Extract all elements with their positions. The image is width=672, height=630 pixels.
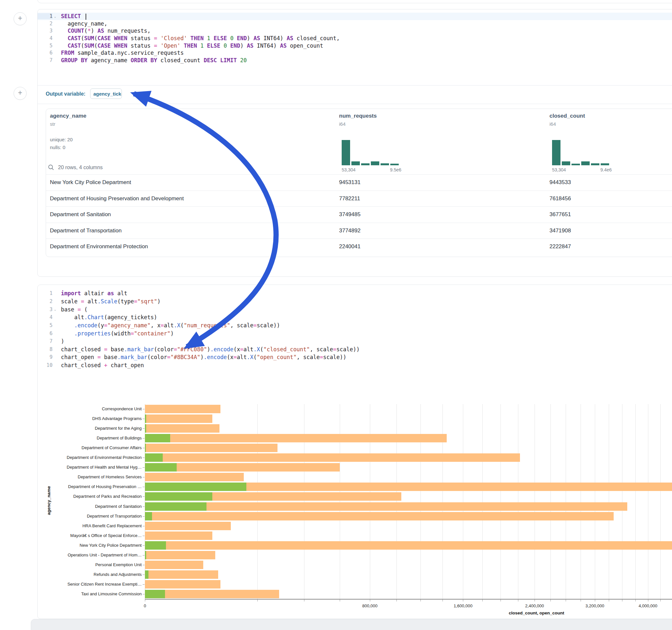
line-number: 5 bbox=[38, 322, 52, 328]
closed-count-bar bbox=[145, 590, 279, 598]
python-code-editor[interactable]: 1import altair as alt2scale = alt.Scale(… bbox=[38, 289, 672, 369]
table-row[interactable]: New York City Police Department945313194… bbox=[46, 174, 672, 191]
column-type: i64 bbox=[549, 121, 556, 127]
x-axis-tick-label: 0 bbox=[144, 603, 146, 608]
gridline bbox=[595, 404, 595, 599]
line-number: 2 bbox=[38, 298, 52, 304]
code-line[interactable]: 3 COUNT(*) AS num_requests, bbox=[38, 27, 672, 35]
y-axis-label: Senior Citizen Rent Increase Exempti… bbox=[39, 582, 142, 587]
code-line[interactable]: 4 alt.Chart(agency_tickets) bbox=[38, 313, 672, 321]
collapse-chevron-icon[interactable]: ⌄ bbox=[52, 308, 58, 311]
sql-code-editor[interactable]: 1⌄SELECT 2 agency_name,3 COUNT(*) AS num… bbox=[38, 13, 672, 64]
x-axis-tick bbox=[463, 600, 463, 602]
code-line[interactable]: 6FROM sample_data.nyc.service_requests bbox=[38, 49, 672, 57]
x-axis-tick bbox=[257, 600, 258, 602]
gridline bbox=[482, 404, 483, 599]
column-header[interactable]: agency_name bbox=[50, 113, 86, 119]
line-number: 3 bbox=[38, 28, 52, 34]
open-count-bar bbox=[145, 463, 177, 471]
x-axis-title: closed_count, open_count bbox=[472, 610, 601, 615]
code-line[interactable]: 5 CAST(SUM(CASE WHEN status = 'Open' THE… bbox=[38, 42, 672, 49]
line-number: 2 bbox=[38, 21, 52, 27]
code-line[interactable]: 5 .encode(y="agency_name", x=alt.X("num_… bbox=[38, 321, 672, 330]
table-footer-text: 20 rows, 4 columns bbox=[58, 165, 103, 170]
y-axis-tick bbox=[143, 448, 145, 448]
code-text: alt.Chart(agency_tickets) bbox=[61, 314, 157, 320]
x-axis-tick bbox=[609, 600, 609, 602]
closed-count-bar bbox=[145, 453, 520, 462]
gridline bbox=[635, 404, 636, 599]
gridline bbox=[609, 404, 609, 599]
histogram-bar bbox=[552, 140, 560, 165]
y-axis-label: Department of Parks and Recreation bbox=[39, 494, 142, 499]
histogram-bar bbox=[390, 164, 399, 165]
code-line[interactable]: 4 CAST(SUM(CASE WHEN status = 'Closed' T… bbox=[38, 35, 672, 42]
code-text: base = ( bbox=[61, 306, 88, 313]
open-count-bar bbox=[145, 424, 146, 433]
histogram-bar bbox=[591, 163, 599, 165]
code-line[interactable]: 1⌄SELECT bbox=[38, 13, 672, 20]
closed-count-bar bbox=[145, 551, 215, 559]
table-row[interactable]: Department of Environmental Protection22… bbox=[46, 239, 672, 255]
notebook-canvas: + + 1⌄SELECT 2 agency_name,3 COUNT(*) AS… bbox=[0, 0, 672, 630]
code-line[interactable]: 2 agency_name, bbox=[38, 20, 672, 28]
y-axis-label: Department of Buildings bbox=[39, 436, 142, 440]
code-text: CAST(SUM(CASE WHEN status = 'Closed' THE… bbox=[61, 35, 340, 42]
chart-plot-area bbox=[145, 404, 672, 599]
y-axis-tick bbox=[143, 429, 145, 429]
x-axis-tick bbox=[397, 600, 397, 602]
histogram-bar bbox=[572, 164, 580, 165]
column-stat: nulls: 0 bbox=[50, 145, 66, 150]
column-header[interactable]: num_requests bbox=[339, 113, 377, 119]
x-axis-tick-label: 3,200,000 bbox=[585, 603, 604, 608]
x-axis-tick bbox=[145, 600, 145, 602]
table-row[interactable]: Department of Transportation377489234719… bbox=[46, 223, 672, 239]
closed-count-bar bbox=[145, 532, 212, 540]
y-axis-tick bbox=[143, 575, 145, 575]
search-icon[interactable] bbox=[48, 164, 54, 170]
code-line[interactable]: 9chart_open = base.mark_bar(color="#8BC3… bbox=[38, 353, 672, 361]
cell-agency-name: Department of Housing Preservation and D… bbox=[50, 195, 184, 202]
y-axis-domain-line bbox=[145, 404, 145, 599]
code-line[interactable]: 7) bbox=[38, 337, 672, 345]
y-axis-tick bbox=[143, 458, 145, 458]
code-line[interactable]: 3⌄base = ( bbox=[38, 305, 672, 313]
open-count-bar bbox=[145, 483, 246, 491]
line-number: 6 bbox=[38, 331, 52, 336]
cell-closed-count: 3677651 bbox=[549, 211, 571, 218]
y-axis-tick bbox=[143, 496, 145, 497]
histogram-bar bbox=[562, 162, 570, 165]
add-cell-button-output[interactable]: + bbox=[14, 87, 27, 100]
gridline bbox=[648, 404, 648, 599]
closed-count-bar bbox=[145, 561, 203, 569]
code-line[interactable]: 10chart_closed + chart_open bbox=[38, 361, 672, 369]
y-axis-label: Department of Transportation bbox=[39, 514, 142, 518]
code-line[interactable]: 7GROUP BY agency_name ORDER BY closed_co… bbox=[38, 57, 672, 64]
table-row[interactable]: Department of Sanitation37494853677651 bbox=[46, 207, 672, 223]
y-axis-tick bbox=[143, 536, 145, 536]
table-row[interactable]: Department of Housing Preservation and D… bbox=[46, 191, 672, 207]
code-line[interactable]: 1import altair as alt bbox=[38, 289, 672, 297]
y-axis-label: Correspondence Unit bbox=[39, 406, 142, 411]
x-axis-tick bbox=[635, 600, 636, 602]
gridline bbox=[370, 404, 370, 599]
cell-closed-count: 3471908 bbox=[549, 227, 571, 234]
gridline bbox=[421, 404, 421, 599]
x-axis-tick bbox=[421, 600, 421, 602]
code-line[interactable]: 6 .properties(width="container") bbox=[38, 329, 672, 337]
y-axis-tick bbox=[143, 487, 145, 487]
open-count-bar bbox=[145, 512, 152, 520]
x-axis-tick bbox=[595, 600, 595, 602]
column-header[interactable]: closed_count bbox=[549, 113, 585, 119]
code-line[interactable]: 8chart_closed = base.mark_bar(color="#FF… bbox=[38, 345, 672, 353]
cell-closed-count: 2222847 bbox=[549, 243, 571, 250]
next-cell-edge[interactable] bbox=[31, 619, 672, 630]
histogram-max-label: 9.4e6 bbox=[592, 167, 612, 172]
collapse-chevron-icon[interactable]: ⌄ bbox=[52, 15, 58, 18]
output-variable-pill[interactable]: agency_tickets bbox=[90, 89, 122, 99]
x-axis-tick-label: 4,000,000 bbox=[639, 603, 657, 608]
y-axis-tick bbox=[143, 594, 145, 595]
add-cell-button-top[interactable]: + bbox=[14, 12, 27, 25]
code-line[interactable]: 2scale = alt.Scale(type="sqrt") bbox=[38, 297, 672, 306]
histogram-min-label: 53,304 bbox=[342, 167, 356, 172]
